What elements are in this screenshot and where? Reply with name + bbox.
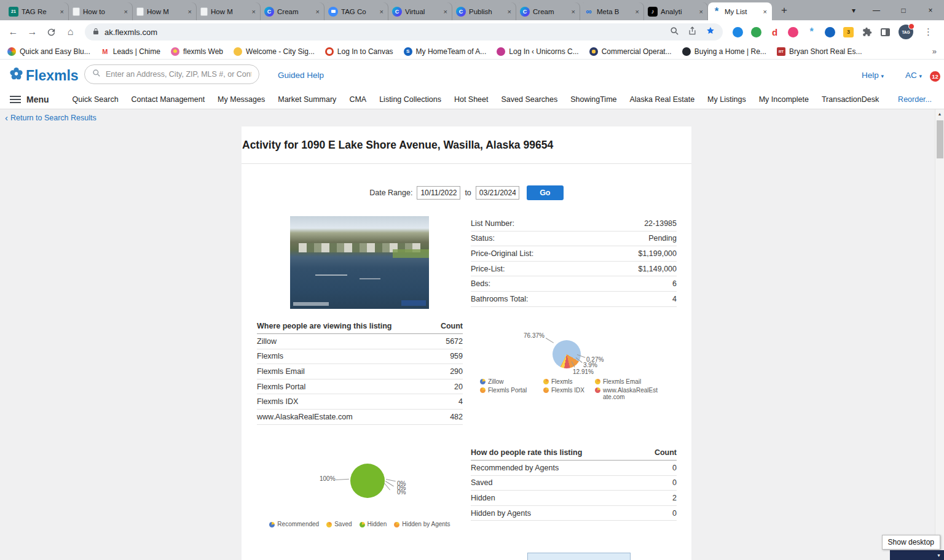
nav-item[interactable]: Alaska Real Estate (630, 95, 695, 104)
maximize-button[interactable]: □ (890, 0, 917, 20)
browser-tab[interactable]: ♪ Analyti × (644, 2, 708, 20)
bookmark[interactable]: Welcome - City Sig... (234, 47, 315, 56)
tab-title: TAG Co (341, 8, 376, 15)
browser-tab[interactable]: How to × (69, 2, 133, 20)
tab-close-icon[interactable]: × (123, 8, 129, 15)
nav-item[interactable]: My Messages (218, 95, 265, 104)
date-to-input[interactable] (476, 186, 519, 200)
bookmark[interactable]: Buying a Home | Re... (682, 47, 766, 56)
nav-item[interactable]: ShowingTime (570, 95, 616, 104)
scroll-down-icon[interactable]: ▼ (937, 553, 941, 558)
legend-swatch-icon (595, 387, 600, 393)
browser-tab[interactable]: How M × (133, 2, 197, 20)
nav-item[interactable]: My Incomplete (759, 95, 809, 104)
tab-close-icon[interactable]: × (379, 8, 385, 15)
bookmark[interactable]: Commercial Operat... (589, 47, 672, 56)
bookmark[interactable]: S My HomeTeam of A... (404, 47, 487, 56)
app-search-box[interactable] (84, 64, 259, 84)
extension-pin-icon[interactable] (788, 27, 798, 37)
browser-tab[interactable]: * My List × (708, 2, 772, 20)
date-from-input[interactable] (417, 186, 460, 200)
browser-tab[interactable]: TAG Co × (324, 2, 388, 20)
guided-help-link[interactable]: Guided Help (278, 71, 324, 80)
tab-close-icon[interactable]: × (59, 8, 65, 15)
close-window-button[interactable]: × (917, 0, 944, 20)
row-label: Hidden by Agents (471, 509, 531, 518)
extension-blue-icon[interactable] (733, 27, 743, 37)
extension-green-icon[interactable] (751, 27, 761, 37)
tab-search-icon[interactable]: ▾ (844, 0, 863, 20)
notification-badge[interactable]: 12 (930, 71, 940, 82)
bookmark[interactable]: Log In ‹ Unicorns C... (497, 47, 578, 56)
bookmark[interactable]: Log In to Canvas (325, 47, 393, 56)
extension-snowflake-icon[interactable]: * (806, 27, 817, 37)
scroll-up-icon[interactable]: ▲ (935, 109, 944, 119)
extension-badge-icon[interactable]: 3 (843, 27, 854, 37)
menu-button[interactable]: Menu (10, 95, 49, 104)
nav-item[interactable]: Market Summary (278, 95, 336, 104)
browser-tab[interactable]: How M × (197, 2, 261, 20)
bookmarks-bar: Quick and Easy Blu... M Leads | Chime fl… (0, 44, 944, 60)
nav-item[interactable]: Listing Collections (379, 95, 441, 104)
minimize-button[interactable]: — (863, 0, 890, 20)
bookmark[interactable]: M Leads | Chime (101, 47, 160, 56)
tab-close-icon[interactable]: × (187, 8, 193, 15)
bookmark-star-icon[interactable] (706, 26, 715, 38)
tab-close-icon[interactable]: × (570, 8, 576, 15)
nav-item[interactable]: TransactionDesk (822, 95, 879, 104)
browser-tab[interactable]: C Publish × (452, 2, 516, 20)
browser-tab[interactable]: C Cream × (261, 2, 324, 20)
detail-label: List Number: (471, 219, 514, 228)
tab-close-icon[interactable]: × (698, 8, 704, 15)
browser-tab[interactable]: ∞ Meta B × (580, 2, 644, 20)
nav-item[interactable]: Quick Search (73, 95, 119, 104)
forward-icon[interactable]: → (24, 24, 41, 41)
tab-favicon-icon (328, 7, 338, 17)
bookmark[interactable]: flexmls Web (171, 47, 223, 56)
browser-tab[interactable]: C Cream × (516, 2, 580, 20)
home-icon[interactable]: ⌂ (62, 24, 79, 41)
profile-avatar[interactable]: TAG (899, 25, 913, 39)
nav-item[interactable]: My Listings (707, 95, 746, 104)
url-text[interactable]: ak.flexmls.com (104, 28, 665, 37)
bookmark[interactable]: RT Bryan Short Real Es... (777, 47, 862, 56)
table-row: Recommended by Agents 0 (471, 461, 677, 476)
search-icon[interactable] (670, 26, 679, 38)
flexmls-logo[interactable]: Flexmls (9, 66, 79, 85)
puzzle-icon[interactable] (862, 27, 872, 37)
extension-d-icon[interactable]: d (769, 27, 780, 37)
nav-item[interactable]: Hot Sheet (454, 95, 489, 104)
back-icon[interactable]: ← (5, 24, 22, 41)
browser-tab[interactable]: 21 TAG Re × (5, 2, 69, 20)
reload-icon[interactable] (43, 24, 60, 41)
scrollbar-thumb[interactable] (937, 120, 943, 158)
go-button[interactable]: Go (527, 185, 564, 200)
account-dropdown[interactable]: AC ▾ (905, 71, 922, 80)
bookmark[interactable]: Quick and Easy Blu... (7, 47, 90, 56)
share-icon[interactable] (688, 26, 697, 38)
tab-close-icon[interactable]: × (506, 8, 513, 15)
address-bar[interactable]: ak.flexmls.com (85, 23, 723, 41)
tab-close-icon[interactable]: × (442, 8, 449, 15)
bookmarks-overflow-icon[interactable]: » (932, 47, 937, 56)
app-search-input[interactable] (106, 70, 251, 79)
tab-close-icon[interactable]: × (315, 8, 321, 15)
tab-title: TAG Re (22, 8, 56, 15)
nav-item[interactable]: Contact Management (132, 95, 205, 104)
sidebar-icon[interactable] (880, 27, 891, 37)
nav-item[interactable]: Saved Searches (502, 95, 558, 104)
reorder-link[interactable]: Reorder... (898, 95, 932, 104)
return-link[interactable]: ‹ Return to Search Results (5, 114, 96, 122)
legend-label: www.AlaskaRealEstate.com (603, 387, 659, 400)
browser-tab[interactable]: C Virtual × (388, 2, 452, 20)
nav-item[interactable]: CMA (349, 95, 366, 104)
page-scrollbar[interactable]: ▲ (935, 109, 944, 560)
tab-close-icon[interactable]: × (762, 8, 768, 15)
browser-menu-icon[interactable]: ⋮ (921, 26, 935, 37)
tab-close-icon[interactable]: × (634, 8, 640, 15)
help-dropdown[interactable]: Help ▾ (862, 71, 884, 80)
tab-close-icon[interactable]: × (251, 8, 257, 15)
extension-profile-icon[interactable] (825, 27, 835, 37)
detail-value: 4 (672, 295, 677, 303)
new-tab-button[interactable]: + (776, 2, 793, 19)
